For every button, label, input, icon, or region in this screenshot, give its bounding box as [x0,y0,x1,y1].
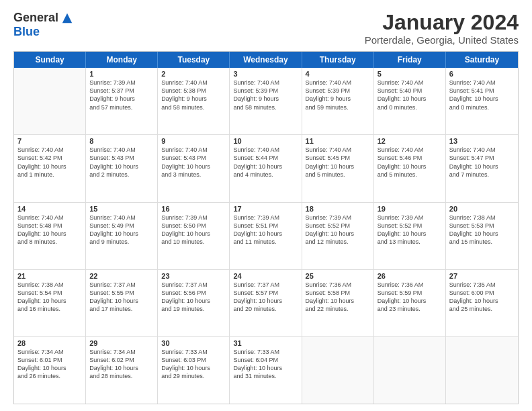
day-number: 6 [449,70,515,78]
calendar-cell-day-26: 26Sunrise: 7:36 AMSunset: 5:59 PMDayligh… [374,270,446,336]
cell-line-3: and 23 minutes. [378,305,442,313]
cell-line-2: Daylight: 10 hours [233,230,298,238]
cell-line-1: Sunset: 5:37 PM [89,87,154,95]
calendar-cell-empty [374,337,446,404]
calendar-cell-day-2: 2Sunrise: 7:40 AMSunset: 5:38 PMDaylight… [158,68,230,134]
cell-line-2: Daylight: 10 hours [161,230,226,238]
cell-line-0: Sunrise: 7:39 AM [233,214,298,222]
day-number: 24 [233,272,298,280]
cell-line-2: Daylight: 9 hours [89,95,154,103]
page: General Blue January 2024 Porterdale, Ge… [0,0,532,411]
calendar-cell-day-14: 14Sunrise: 7:40 AMSunset: 5:48 PMDayligh… [14,203,86,269]
calendar-cell-day-30: 30Sunrise: 7:33 AMSunset: 6:03 PMDayligh… [158,337,230,404]
cell-line-1: Sunset: 5:49 PM [89,222,154,230]
cell-line-2: Daylight: 10 hours [306,297,370,305]
cell-line-1: Sunset: 5:50 PM [161,222,226,230]
cell-line-3: and 59 minutes. [306,103,370,111]
logo-blue-text: Blue [13,25,40,39]
cell-line-3: and 25 minutes. [449,305,515,313]
cell-line-1: Sunset: 5:53 PM [449,222,515,230]
cell-line-0: Sunrise: 7:38 AM [449,214,515,222]
calendar-cell-empty [302,337,374,404]
cell-line-0: Sunrise: 7:40 AM [306,146,370,154]
calendar-cell-day-22: 22Sunrise: 7:37 AMSunset: 5:55 PMDayligh… [86,270,158,336]
cell-line-2: Daylight: 10 hours [161,364,226,372]
cell-line-0: Sunrise: 7:37 AM [161,281,226,289]
cell-line-3: and 31 minutes. [233,372,298,380]
day-number: 7 [17,137,82,145]
cell-line-0: Sunrise: 7:40 AM [233,146,298,154]
day-number: 23 [161,272,226,280]
cell-line-1: Sunset: 5:42 PM [17,154,82,162]
cell-line-2: Daylight: 10 hours [89,364,154,372]
calendar-cell-day-27: 27Sunrise: 7:35 AMSunset: 6:00 PMDayligh… [446,270,518,336]
logo-icon [61,12,73,24]
weekday-header-friday: Friday [374,52,446,68]
cell-line-0: Sunrise: 7:40 AM [378,79,442,87]
cell-line-3: and 0 minutes. [449,103,515,111]
day-number: 16 [161,205,226,213]
calendar-cell-day-15: 15Sunrise: 7:40 AMSunset: 5:49 PMDayligh… [86,203,158,269]
cell-line-2: Daylight: 10 hours [17,163,82,171]
cell-line-0: Sunrise: 7:39 AM [378,214,442,222]
day-number: 9 [161,137,226,145]
calendar-cell-day-31: 31Sunrise: 7:33 AMSunset: 6:04 PMDayligh… [230,337,302,404]
cell-line-3: and 16 minutes. [17,305,82,313]
cell-line-2: Daylight: 10 hours [161,297,226,305]
cell-line-2: Daylight: 9 hours [233,95,298,103]
day-number: 30 [161,339,226,347]
cell-line-3: and 3 minutes. [161,171,226,179]
day-number: 1 [89,70,154,78]
month-title: January 2024 [365,11,519,34]
day-number: 20 [449,205,515,213]
calendar-cell-day-21: 21Sunrise: 7:38 AMSunset: 5:54 PMDayligh… [14,270,86,336]
cell-line-2: Daylight: 10 hours [233,364,298,372]
cell-line-2: Daylight: 10 hours [233,297,298,305]
cell-line-3: and 57 minutes. [89,103,154,111]
calendar-row-2: 14Sunrise: 7:40 AMSunset: 5:48 PMDayligh… [14,203,518,270]
cell-line-3: and 58 minutes. [233,103,298,111]
weekday-header-wednesday: Wednesday [230,52,302,68]
cell-line-2: Daylight: 10 hours [17,230,82,238]
calendar-cell-day-8: 8Sunrise: 7:40 AMSunset: 5:43 PMDaylight… [86,135,158,201]
calendar-cell-day-4: 4Sunrise: 7:40 AMSunset: 5:39 PMDaylight… [302,68,374,134]
cell-line-0: Sunrise: 7:39 AM [89,79,154,87]
cell-line-1: Sunset: 5:55 PM [89,289,154,297]
calendar-header: SundayMondayTuesdayWednesdayThursdayFrid… [14,52,518,68]
calendar-body: 1Sunrise: 7:39 AMSunset: 5:37 PMDaylight… [14,68,518,404]
cell-line-0: Sunrise: 7:40 AM [233,79,298,87]
cell-line-0: Sunrise: 7:33 AM [233,348,298,356]
cell-line-0: Sunrise: 7:34 AM [89,348,154,356]
cell-line-1: Sunset: 5:45 PM [306,154,370,162]
cell-line-2: Daylight: 10 hours [449,95,515,103]
calendar-row-1: 7Sunrise: 7:40 AMSunset: 5:42 PMDaylight… [14,135,518,202]
weekday-header-saturday: Saturday [446,52,518,68]
cell-line-3: and 7 minutes. [449,171,515,179]
day-number: 31 [233,339,298,347]
cell-line-1: Sunset: 6:03 PM [161,356,226,364]
cell-line-1: Sunset: 5:39 PM [306,87,370,95]
day-number: 25 [306,272,370,280]
day-number: 29 [89,339,154,347]
cell-line-3: and 12 minutes. [306,238,370,246]
cell-line-3: and 10 minutes. [161,238,226,246]
day-number: 14 [17,205,82,213]
cell-line-1: Sunset: 5:38 PM [161,87,226,95]
calendar: SundayMondayTuesdayWednesdayThursdayFrid… [13,51,519,404]
calendar-cell-day-9: 9Sunrise: 7:40 AMSunset: 5:43 PMDaylight… [158,135,230,201]
cell-line-3: and 22 minutes. [306,305,370,313]
cell-line-3: and 5 minutes. [306,171,370,179]
weekday-header-sunday: Sunday [14,52,86,68]
day-number: 13 [449,137,515,145]
calendar-cell-day-7: 7Sunrise: 7:40 AMSunset: 5:42 PMDaylight… [14,135,86,201]
cell-line-1: Sunset: 5:52 PM [306,222,370,230]
cell-line-2: Daylight: 10 hours [161,163,226,171]
calendar-cell-day-20: 20Sunrise: 7:38 AMSunset: 5:53 PMDayligh… [446,203,518,269]
calendar-cell-day-1: 1Sunrise: 7:39 AMSunset: 5:37 PMDaylight… [86,68,158,134]
calendar-cell-day-28: 28Sunrise: 7:34 AMSunset: 6:01 PMDayligh… [14,337,86,404]
cell-line-3: and 20 minutes. [233,305,298,313]
cell-line-3: and 19 minutes. [161,305,226,313]
cell-line-2: Daylight: 10 hours [378,230,442,238]
cell-line-0: Sunrise: 7:37 AM [89,281,154,289]
cell-line-1: Sunset: 5:43 PM [161,154,226,162]
